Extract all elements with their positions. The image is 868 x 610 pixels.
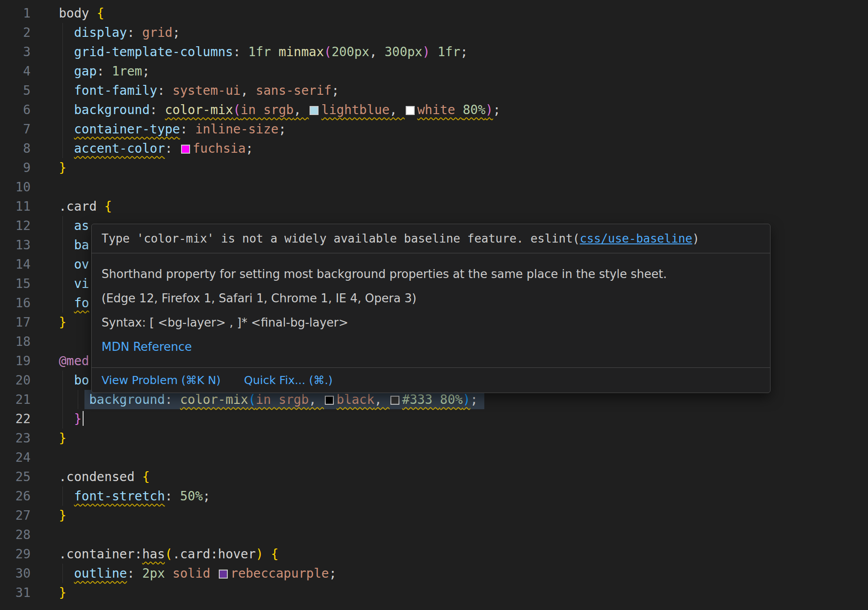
code-text: body { [59, 4, 104, 23]
line-number[interactable]: 5 [0, 81, 31, 100]
line-number[interactable]: 3 [0, 42, 31, 62]
line-number[interactable]: 10 [0, 177, 31, 197]
quick-fix-action[interactable]: Quick Fix... (⌘.) [244, 374, 332, 387]
code-token: vi [74, 276, 89, 291]
code-token: system-ui [173, 83, 241, 98]
code-text: .condensed { [59, 467, 150, 486]
code-token: has [142, 547, 165, 561]
code-line[interactable]: 28 [0, 525, 868, 544]
code-line[interactable]: 2 display: grid; [0, 23, 868, 42]
code-token [59, 392, 89, 407]
code-token [165, 566, 173, 581]
line-number[interactable]: 1 [0, 4, 31, 23]
line-number[interactable]: 26 [0, 486, 31, 506]
line-number[interactable]: 30 [0, 564, 31, 583]
line-number[interactable]: 29 [0, 544, 31, 564]
code-line[interactable]: 31} [0, 583, 868, 602]
code-line[interactable]: 27} [0, 506, 868, 525]
text-cursor [83, 411, 84, 426]
line-number[interactable]: 8 [0, 139, 31, 158]
code-token: black [337, 392, 374, 407]
code-line[interactable]: 9} [0, 158, 868, 177]
code-token: : [180, 122, 195, 137]
color-swatch[interactable] [181, 145, 190, 154]
line-number[interactable]: 22 [0, 409, 31, 429]
code-token: ; [142, 64, 150, 79]
code-line[interactable]: 25.condensed { [0, 467, 868, 486]
line-number[interactable]: 24 [0, 448, 31, 467]
code-token: ; [279, 122, 286, 137]
code-line[interactable]: 5 font-family: system-ui, sans-serif; [0, 81, 868, 100]
color-swatch[interactable] [390, 396, 399, 405]
line-number[interactable]: 17 [0, 313, 31, 332]
code-text: gap: 1rem; [59, 62, 150, 81]
line-number[interactable]: 6 [0, 100, 31, 119]
line-number[interactable]: 11 [0, 197, 31, 216]
code-line[interactable]: 6 background: color-mix(in srgb, lightbl… [0, 100, 868, 119]
code-token: , [294, 102, 309, 117]
code-token [59, 44, 74, 59]
code-token: in srgb [241, 102, 294, 117]
code-line[interactable]: 24 [0, 448, 868, 467]
line-number[interactable]: 25 [0, 467, 31, 486]
code-line[interactable]: 26 font-stretch: 50%; [0, 486, 868, 506]
code-editor[interactable]: 1body {2 display: grid;3 grid-template-c… [0, 0, 868, 610]
code-line[interactable]: 10 [0, 177, 868, 197]
line-number[interactable]: 7 [0, 119, 31, 139]
code-token: 1fr [248, 44, 278, 59]
line-number[interactable]: 15 [0, 274, 31, 293]
code-token: : [150, 102, 165, 117]
color-swatch[interactable] [310, 106, 319, 115]
code-token: inline-size [195, 122, 278, 137]
code-line[interactable]: 30 outline: 2px solid rebeccapurple; [0, 564, 868, 583]
code-token: grid [142, 25, 172, 40]
line-number[interactable]: 19 [0, 351, 31, 371]
code-line[interactable]: 4 gap: 1rem; [0, 62, 868, 81]
code-line[interactable]: 22 } [0, 409, 868, 429]
code-line[interactable]: 11.card { [0, 197, 868, 216]
line-number[interactable]: 16 [0, 293, 31, 313]
code-text: ba [59, 235, 89, 255]
line-number[interactable]: 12 [0, 216, 31, 235]
line-number[interactable]: 14 [0, 255, 31, 274]
code-line[interactable]: 23} [0, 429, 868, 448]
code-text: ov [59, 255, 89, 274]
line-number[interactable]: 21 [0, 390, 31, 409]
code-line[interactable]: 29.container:has(.card:hover) { [0, 544, 868, 564]
line-number[interactable]: 13 [0, 235, 31, 255]
hover-tooltip: Type 'color-mix' is not a widely availab… [91, 224, 771, 393]
code-token: ; [470, 392, 478, 407]
code-text: .container:has(.card:hover) { [59, 544, 279, 564]
color-swatch[interactable] [325, 396, 334, 405]
doc-description: Shorthand property for setting most back… [102, 267, 760, 281]
diagnostic-rule-link[interactable]: css/use-baseline [580, 232, 692, 245]
line-number[interactable]: 23 [0, 429, 31, 448]
code-line[interactable]: 1body { [0, 4, 868, 23]
mdn-reference-link[interactable]: MDN Reference [102, 340, 192, 354]
code-line[interactable]: 8 accent-color: fuchsia; [0, 139, 868, 158]
code-token: @med [59, 354, 89, 368]
view-problem-action[interactable]: View Problem (⌘K N) [102, 374, 221, 387]
color-swatch[interactable] [406, 106, 415, 115]
line-number[interactable]: 27 [0, 506, 31, 525]
code-token: ; [173, 25, 180, 40]
code-text: container-type: inline-size; [59, 119, 286, 139]
line-number[interactable]: 9 [0, 158, 31, 177]
code-text: as [59, 216, 89, 235]
line-number[interactable]: 4 [0, 62, 31, 81]
code-line[interactable]: 7 container-type: inline-size; [0, 119, 868, 139]
line-number[interactable]: 31 [0, 583, 31, 602]
color-swatch[interactable] [219, 570, 228, 579]
code-token: : [157, 83, 173, 98]
code-token: : [165, 141, 180, 156]
line-number[interactable]: 18 [0, 332, 31, 351]
line-number[interactable]: 20 [0, 371, 31, 390]
code-token: 300px [385, 44, 422, 59]
code-line[interactable]: 3 grid-template-columns: 1fr minmax(200p… [0, 42, 868, 62]
code-token: : [97, 64, 112, 79]
line-number[interactable]: 2 [0, 23, 31, 42]
code-token [59, 566, 74, 581]
line-number[interactable]: 28 [0, 525, 31, 544]
code-token: } [59, 431, 66, 446]
doc-syntax: Syntax: [ <bg-layer> , ]* <final-bg-laye… [102, 315, 760, 330]
